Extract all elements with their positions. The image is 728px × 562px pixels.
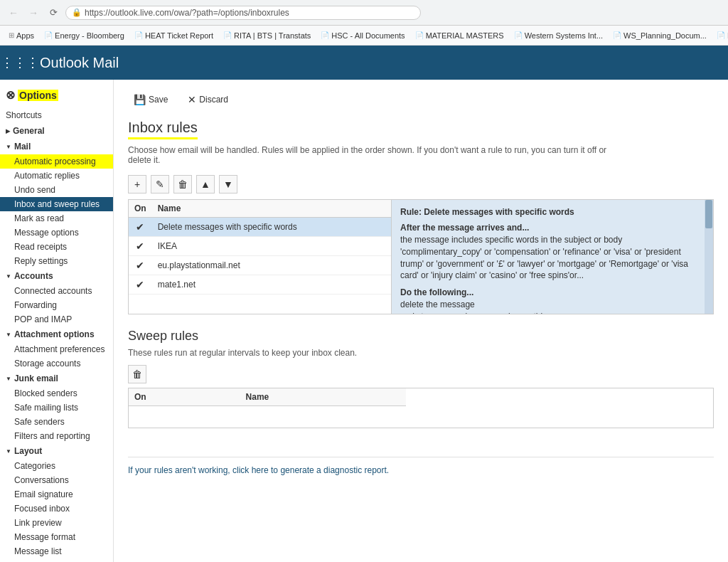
sidebar-group-accounts[interactable]: ▼ Accounts xyxy=(0,268,113,284)
app-title: Outlook Mail xyxy=(40,55,119,71)
col-name: Name xyxy=(152,200,391,218)
bookmark-western[interactable]: 📄 Western Systems Int... xyxy=(510,30,607,41)
page-icon: 📄 xyxy=(223,31,232,39)
sidebar-item-automatic-replies[interactable]: Automatic replies xyxy=(0,169,113,183)
move-up-button[interactable]: ▲ xyxy=(196,175,215,193)
rules-table: On Name ✔ Delete messages with specific … xyxy=(129,200,391,295)
scrollbar-thumb xyxy=(705,200,712,228)
bookmark-rita[interactable]: 📄 RITA | BTS | Transtats xyxy=(219,30,315,41)
checkmark-icon: ✔ xyxy=(136,221,144,233)
rule-checkbox-cell[interactable]: ✔ xyxy=(129,218,152,237)
collapse-icon[interactable]: ⊗ xyxy=(6,88,15,102)
options-label: Options xyxy=(18,90,58,101)
sidebar-item-mark-as-read[interactable]: Mark as read xyxy=(0,211,113,226)
back-button[interactable]: ← xyxy=(6,5,21,21)
do-text: delete the messageand stop processing mo… xyxy=(400,299,705,314)
rule-checkbox-cell[interactable]: ✔ xyxy=(129,237,152,256)
sidebar-item-connected-accounts[interactable]: Connected accounts xyxy=(0,284,113,298)
sidebar-item-forwarding[interactable]: Forwarding xyxy=(0,298,113,312)
bookmark-material1[interactable]: 📄 MATERIAL MASTERS xyxy=(411,30,508,41)
sidebar-item-safe-mailing-lists[interactable]: Safe mailing lists xyxy=(0,401,113,415)
sidebar-group-general[interactable]: ▶ General xyxy=(0,123,113,139)
sidebar-item-conversations[interactable]: Conversations xyxy=(0,473,113,487)
expand-icon: ▶ xyxy=(6,128,10,134)
reload-button[interactable]: ⟳ xyxy=(46,5,61,21)
sidebar-group-attachment-options[interactable]: ▼ Attachment options xyxy=(0,327,113,342)
toolbar: 💾 Save ✕ Discard xyxy=(128,91,714,108)
rule-name-cell: eu.playstationmail.net xyxy=(152,256,391,275)
sidebar-shortcuts[interactable]: Shortcuts xyxy=(0,107,113,123)
forward-button[interactable]: → xyxy=(26,5,41,21)
sidebar-item-inbox-sweep-rules[interactable]: Inbox and sweep rules xyxy=(0,197,113,211)
table-row[interactable]: ✔ IKEA xyxy=(129,237,391,256)
bookmark-label: RITA | BTS | Transtats xyxy=(234,31,311,40)
sidebar-item-message-options[interactable]: Message options xyxy=(0,226,113,240)
bookmark-label: Energy - Bloomberg xyxy=(55,31,124,40)
rule-name-cell: mate1.net xyxy=(152,275,391,295)
sweep-description: These rules run at regular intervals to … xyxy=(128,348,714,358)
bookmark-ws[interactable]: 📄 WS_Planning_Docum... xyxy=(609,30,711,41)
table-row[interactable]: ✔ eu.playstationmail.net xyxy=(129,256,391,275)
delete-rule-button[interactable]: 🗑 xyxy=(173,175,192,193)
content-area: 💾 Save ✕ Discard Inbox rules Choose how … xyxy=(114,80,728,562)
diagnostic-link[interactable]: If your rules aren't working, click here… xyxy=(128,465,389,475)
bookmark-label: WS_Planning_Docum... xyxy=(623,31,707,40)
bookmark-hsc[interactable]: 📄 HSC - All Documents xyxy=(316,30,409,41)
checkmark-icon: ✔ xyxy=(136,260,144,271)
group-label: General xyxy=(13,126,45,136)
sidebar-item-categories[interactable]: Categories xyxy=(0,459,113,473)
waffle-button[interactable]: ⋮⋮⋮ xyxy=(9,51,31,74)
sidebar-item-attachment-preferences[interactable]: Attachment preferences xyxy=(0,342,113,356)
sidebar-group-junk-email[interactable]: ▼ Junk email xyxy=(0,371,113,386)
rule-checkbox-cell[interactable]: ✔ xyxy=(129,275,152,295)
page-icon: 📄 xyxy=(514,31,523,39)
edit-rule-button[interactable]: ✎ xyxy=(151,175,169,193)
bookmark-energy[interactable]: 📄 Energy - Bloomberg xyxy=(40,30,129,41)
page-icon: 📄 xyxy=(717,31,725,39)
table-row[interactable]: ✔ Delete messages with specific words xyxy=(129,218,391,237)
rule-checkbox-cell[interactable]: ✔ xyxy=(129,256,152,275)
sidebar-item-email-signature[interactable]: Email signature xyxy=(0,487,113,502)
group-label: Junk email xyxy=(14,373,58,383)
sidebar-item-filters-reporting[interactable]: Filters and reporting xyxy=(0,429,113,443)
sweep-toolbar: 🗑 xyxy=(128,365,714,383)
bookmark-apps[interactable]: ⊞ Apps xyxy=(4,30,38,41)
bookmark-heat[interactable]: 📄 HEAT Ticket Report xyxy=(130,30,218,41)
delete-sweep-button[interactable]: 🗑 xyxy=(128,365,146,383)
sidebar-item-pop-imap[interactable]: POP and IMAP xyxy=(0,312,113,327)
sidebar-group-layout[interactable]: ▼ Layout xyxy=(0,443,113,459)
after-header: After the message arrives and... xyxy=(400,223,705,233)
page-icon: 📄 xyxy=(415,31,424,39)
sidebar-item-read-receipts[interactable]: Read receipts xyxy=(0,240,113,254)
bookmark-material2[interactable]: 📄 MATERIAL MASTERS xyxy=(712,30,728,41)
sidebar-item-link-preview[interactable]: Link preview xyxy=(0,516,113,530)
save-button[interactable]: 💾 Save xyxy=(128,91,173,108)
sidebar-item-undo-send[interactable]: Undo send xyxy=(0,183,113,197)
sidebar-group-mail[interactable]: ▼ Mail xyxy=(0,139,113,154)
bookmark-label: MATERIAL MASTERS xyxy=(426,31,504,40)
sidebar-item-blocked-senders[interactable]: Blocked senders xyxy=(0,386,113,401)
scrollbar[interactable] xyxy=(705,200,713,314)
bookmark-label: HSC - All Documents xyxy=(331,31,405,40)
sidebar-item-quick-actions[interactable]: Quick actions xyxy=(0,558,113,562)
page-icon: 📄 xyxy=(134,31,143,39)
sidebar-item-reply-settings[interactable]: Reply settings xyxy=(0,254,113,268)
group-label: Attachment options xyxy=(14,329,95,339)
sidebar-item-safe-senders[interactable]: Safe senders xyxy=(0,415,113,429)
rule-name-cell: Delete messages with specific words xyxy=(152,218,391,237)
content-footer: If your rules aren't working, click here… xyxy=(128,457,714,475)
table-row[interactable]: ✔ mate1.net xyxy=(129,275,391,295)
sweep-rules-title: Sweep rules xyxy=(128,329,714,344)
address-bar[interactable]: 🔒 https://outlook.live.com/owa/?path=/op… xyxy=(65,6,421,20)
sidebar-item-message-list[interactable]: Message list xyxy=(0,544,113,558)
expand-icon: ▼ xyxy=(6,144,11,150)
move-down-button[interactable]: ▼ xyxy=(219,175,237,193)
sidebar-item-storage-accounts[interactable]: Storage accounts xyxy=(0,356,113,371)
discard-button[interactable]: ✕ Discard xyxy=(182,91,234,108)
bookmarks-bar: ⊞ Apps 📄 Energy - Bloomberg 📄 HEAT Ticke… xyxy=(0,26,728,46)
add-rule-button[interactable]: + xyxy=(128,175,146,193)
sidebar-item-automatic-processing[interactable]: Automatic processing xyxy=(0,154,113,169)
sidebar-item-focused-inbox[interactable]: Focused inbox xyxy=(0,502,113,516)
sidebar-item-message-format[interactable]: Message format xyxy=(0,530,113,544)
expand-icon: ▼ xyxy=(6,448,11,455)
